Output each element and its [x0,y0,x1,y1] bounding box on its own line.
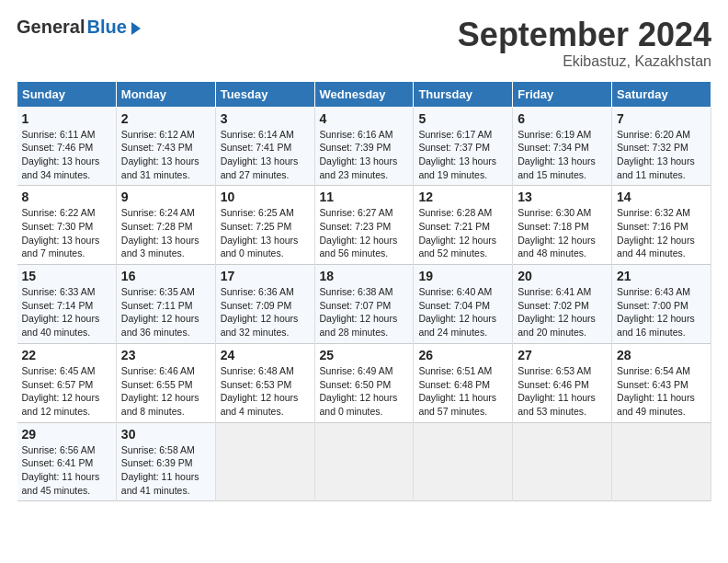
col-sunday: Sunday [17,81,117,107]
col-monday: Monday [116,81,215,107]
table-row: 2 Sunrise: 6:12 AM Sunset: 7:43 PM Dayli… [116,107,215,186]
table-row: 12 Sunrise: 6:28 AM Sunset: 7:21 PM Dayl… [414,186,513,265]
table-row: 23 Sunrise: 6:46 AM Sunset: 6:55 PM Dayl… [116,343,215,422]
table-row: 7 Sunrise: 6:20 AM Sunset: 7:32 PM Dayli… [612,107,711,186]
table-row: 16 Sunrise: 6:35 AM Sunset: 7:11 PM Dayl… [116,265,215,344]
table-row: 21 Sunrise: 6:43 AM Sunset: 7:00 PM Dayl… [612,265,711,344]
table-row [414,422,513,501]
calendar-week-row: 22 Sunrise: 6:45 AM Sunset: 6:57 PM Dayl… [17,343,711,422]
table-row: 5 Sunrise: 6:17 AM Sunset: 7:37 PM Dayli… [414,107,513,186]
table-row: 29 Sunrise: 6:56 AM Sunset: 6:41 PM Dayl… [17,422,117,501]
table-row: 27 Sunrise: 6:53 AM Sunset: 6:46 PM Dayl… [513,343,612,422]
table-row: 10 Sunrise: 6:25 AM Sunset: 7:25 PM Dayl… [215,186,314,265]
calendar-week-row: 8 Sunrise: 6:22 AM Sunset: 7:30 PM Dayli… [17,186,711,265]
col-tuesday: Tuesday [215,81,314,107]
month-title: September 2024 [458,17,711,53]
calendar-table: Sunday Monday Tuesday Wednesday Thursday… [17,81,711,502]
table-row: 17 Sunrise: 6:36 AM Sunset: 7:09 PM Dayl… [215,265,314,344]
table-row: 20 Sunrise: 6:41 AM Sunset: 7:02 PM Dayl… [513,265,612,344]
table-row: 6 Sunrise: 6:19 AM Sunset: 7:34 PM Dayli… [513,107,612,186]
table-row: 11 Sunrise: 6:27 AM Sunset: 7:23 PM Dayl… [314,186,414,265]
table-row: 13 Sunrise: 6:30 AM Sunset: 7:18 PM Dayl… [513,186,612,265]
table-row: 28 Sunrise: 6:54 AM Sunset: 6:43 PM Dayl… [612,343,711,422]
logo-arrow-icon [131,22,141,35]
table-row: 3 Sunrise: 6:14 AM Sunset: 7:41 PM Dayli… [215,107,314,186]
table-row: 19 Sunrise: 6:40 AM Sunset: 7:04 PM Dayl… [414,265,513,344]
table-row: 15 Sunrise: 6:33 AM Sunset: 7:14 PM Dayl… [17,265,117,344]
col-friday: Friday [513,81,612,107]
table-row: 25 Sunrise: 6:49 AM Sunset: 6:50 PM Dayl… [314,343,414,422]
location-text: Ekibastuz, Kazakhstan [458,53,711,70]
table-row: 8 Sunrise: 6:22 AM Sunset: 7:30 PM Dayli… [17,186,117,265]
table-row: 14 Sunrise: 6:32 AM Sunset: 7:16 PM Dayl… [612,186,711,265]
logo-general-text: General [17,17,85,38]
calendar-header-row: Sunday Monday Tuesday Wednesday Thursday… [17,81,711,107]
calendar-week-row: 15 Sunrise: 6:33 AM Sunset: 7:14 PM Dayl… [17,265,711,344]
table-row [215,422,314,501]
calendar-week-row: 1 Sunrise: 6:11 AM Sunset: 7:46 PM Dayli… [17,107,711,186]
col-thursday: Thursday [414,81,513,107]
table-row: 22 Sunrise: 6:45 AM Sunset: 6:57 PM Dayl… [17,343,117,422]
table-row [314,422,414,501]
table-row: 24 Sunrise: 6:48 AM Sunset: 6:53 PM Dayl… [215,343,314,422]
logo-blue-text: Blue [86,17,126,38]
table-row [612,422,711,501]
title-block: September 2024 Ekibastuz, Kazakhstan [458,17,711,70]
logo: General Blue [17,17,141,38]
table-row: 26 Sunrise: 6:51 AM Sunset: 6:48 PM Dayl… [414,343,513,422]
calendar-week-row: 29 Sunrise: 6:56 AM Sunset: 6:41 PM Dayl… [17,422,711,501]
table-row [513,422,612,501]
col-saturday: Saturday [612,81,711,107]
table-row: 9 Sunrise: 6:24 AM Sunset: 7:28 PM Dayli… [116,186,215,265]
table-row: 30 Sunrise: 6:58 AM Sunset: 6:39 PM Dayl… [116,422,215,501]
page-header: General Blue September 2024 Ekibastuz, K… [17,17,711,70]
table-row: 4 Sunrise: 6:16 AM Sunset: 7:39 PM Dayli… [314,107,414,186]
col-wednesday: Wednesday [314,81,414,107]
table-row: 1 Sunrise: 6:11 AM Sunset: 7:46 PM Dayli… [17,107,117,186]
table-row: 18 Sunrise: 6:38 AM Sunset: 7:07 PM Dayl… [314,265,414,344]
